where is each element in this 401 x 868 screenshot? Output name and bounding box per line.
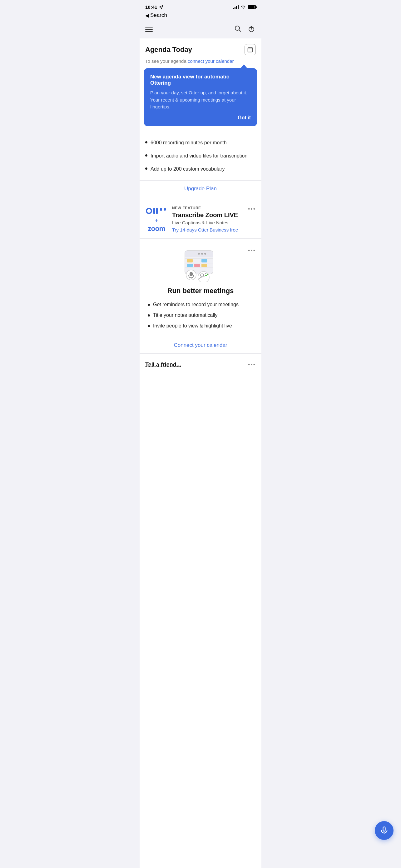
divider-2: [140, 197, 261, 197]
svg-point-10: [147, 209, 151, 213]
transcribe-card-more-button[interactable]: •••: [248, 206, 256, 213]
svg-point-14: [164, 208, 166, 211]
svg-rect-11: [153, 208, 155, 214]
plus-sign: +: [155, 217, 158, 223]
got-it-button[interactable]: Got it: [150, 115, 251, 121]
meetings-feature-3: Invite people to view & highlight live: [148, 320, 253, 331]
transcribe-card-title: Transcribe Zoom LIVE: [172, 212, 256, 219]
svg-rect-25: [201, 264, 207, 267]
agenda-title: Agenda Today: [145, 45, 192, 54]
bullet-2: [145, 154, 147, 157]
svg-rect-24: [201, 259, 207, 262]
bullet-1: [145, 141, 147, 144]
back-label: Search: [150, 12, 167, 19]
transcribe-card-desc: Live Captions & Live Notes: [172, 220, 256, 225]
svg-rect-17: [185, 254, 213, 257]
bottom-partial-title: Tell a friend...: [145, 362, 181, 368]
svg-point-27: [201, 253, 203, 255]
svg-point-1: [235, 26, 239, 30]
nav-back[interactable]: ◀ Search: [140, 11, 261, 21]
transcribe-card-content: NEW FEATURE Transcribe Zoom LIVE Live Ca…: [172, 206, 256, 232]
feature-item-1: 6000 recording minutes per month: [145, 136, 256, 149]
tooltip-arrow: [240, 64, 248, 69]
zoom-logo-text: zoom: [148, 225, 165, 233]
meetings-card: •••: [140, 242, 261, 337]
battery-icon: [248, 5, 256, 9]
meetings-features-list: Get reminders to record your meetings Ti…: [145, 299, 256, 331]
feature-text-1: 6000 recording minutes per month: [151, 140, 227, 146]
calendar-icon: [247, 46, 253, 53]
toolbar-right: [234, 24, 256, 35]
menu-button[interactable]: [145, 27, 153, 32]
svg-rect-23: [194, 264, 200, 267]
meetings-illustration-svg: [180, 247, 221, 282]
meetings-illustration: [145, 247, 256, 282]
svg-rect-22: [187, 264, 193, 267]
otter-logo-icon: [145, 206, 168, 216]
meetings-feature-2: Title your notes automatically: [148, 310, 253, 320]
wifi-icon: [240, 5, 246, 10]
meetings-bullet-1: [148, 304, 150, 306]
meetings-bullet-3: [148, 325, 150, 327]
svg-point-26: [198, 253, 200, 255]
transcribe-zoom-card: + zoom NEW FEATURE Transcribe Zoom LIVE …: [140, 200, 261, 239]
svg-rect-12: [156, 208, 158, 214]
status-time: 10:41: [145, 4, 163, 10]
agenda-subtitle-text: To see your agenda: [145, 58, 188, 64]
bottom-partial-section: Tell a friend... •••: [140, 357, 261, 371]
wifi-svg: [240, 5, 246, 9]
upload-button[interactable]: [247, 24, 256, 35]
svg-marker-0: [160, 5, 163, 9]
feature-item-2: Import audio and video files for transcr…: [145, 149, 256, 162]
svg-point-28: [204, 253, 206, 255]
back-arrow-icon: ◀: [145, 12, 149, 19]
svg-rect-13: [160, 208, 162, 211]
svg-rect-5: [248, 48, 253, 52]
svg-rect-30: [190, 272, 193, 276]
transcribe-card-link[interactable]: Try 14-days Otter Business free: [172, 227, 256, 232]
feature-item-3: Add up to 200 custom vocabulary: [145, 162, 256, 176]
connect-calendar-button[interactable]: Connect your calendar: [140, 337, 261, 353]
status-icons: [233, 5, 256, 10]
signal-icon: [233, 5, 239, 9]
otter-zoom-logo: + zoom: [145, 206, 168, 233]
meetings-bullet-2: [148, 314, 150, 316]
tooltip-popup: New agenda view for automatic Ottering P…: [144, 68, 257, 126]
connect-calendar-link-top[interactable]: connect your calendar: [188, 58, 234, 64]
meetings-title: Run better meetings: [145, 287, 256, 295]
meetings-feature-text-3: Invite people to view & highlight live: [153, 323, 232, 329]
divider-5: [140, 353, 261, 354]
tooltip-body: Plan your day, set Otter up, and forget …: [150, 89, 251, 111]
main-content: Agenda Today To see your agenda connect …: [140, 38, 261, 868]
svg-line-2: [239, 30, 241, 32]
tooltip-title: New agenda view for automatic Ottering: [150, 74, 251, 86]
time-display: 10:41: [145, 4, 157, 10]
location-icon: [159, 5, 163, 9]
meetings-feature-text-1: Get reminders to record your meetings: [153, 302, 239, 307]
search-button[interactable]: [234, 25, 241, 34]
status-bar: 10:41: [140, 0, 261, 11]
agenda-header: Agenda Today: [140, 38, 261, 57]
upgrade-plan-button[interactable]: Upgrade Plan: [140, 181, 261, 197]
bottom-partial-more-button[interactable]: •••: [248, 362, 256, 368]
feature-text-3: Add up to 200 custom vocabulary: [151, 165, 225, 173]
search-icon: [234, 25, 241, 32]
upload-icon: [247, 24, 256, 33]
feature-text-2: Import audio and video files for transcr…: [151, 153, 247, 159]
svg-rect-21: [187, 259, 193, 262]
meetings-card-more-button[interactable]: •••: [248, 247, 256, 254]
new-feature-label: NEW FEATURE: [172, 206, 256, 210]
features-list: 6000 recording minutes per month Import …: [140, 132, 261, 180]
meetings-feature-1: Get reminders to record your meetings: [148, 299, 253, 310]
calendar-button[interactable]: [244, 44, 256, 55]
bullet-3: [145, 167, 147, 170]
toolbar: [140, 21, 261, 38]
meetings-feature-text-2: Title your notes automatically: [153, 312, 218, 318]
